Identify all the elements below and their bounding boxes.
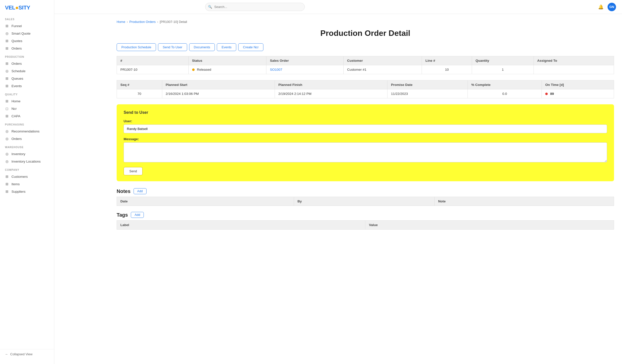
breadcrumb-production-orders[interactable]: Production Orders bbox=[129, 20, 156, 24]
avatar[interactable]: GN bbox=[608, 3, 616, 11]
message-input[interactable] bbox=[124, 142, 607, 162]
order-status: Released bbox=[188, 65, 266, 74]
sidebar-label-schedule: Schedule bbox=[11, 69, 25, 73]
message-label: Message: bbox=[124, 137, 607, 141]
seq-num: 70 bbox=[117, 89, 162, 98]
customer-name: Customer #1 bbox=[344, 65, 422, 74]
assigned-to bbox=[534, 65, 614, 74]
production-schedule-button[interactable]: Production Schedule bbox=[117, 43, 156, 51]
sidebar-item-ncr[interactable]: ◻Ncr bbox=[0, 105, 54, 112]
logo-dot: ● bbox=[15, 4, 18, 11]
notes-table: Date By Note bbox=[117, 197, 614, 206]
orders-purchasing-icon: ◎ bbox=[5, 137, 9, 141]
order-number: PR1007-10 bbox=[117, 65, 189, 74]
sidebar-sections: SALES⊞Funnel◎Smart Quote⊞Quotes⊞OrdersPR… bbox=[0, 14, 54, 195]
sidebar-section-warehouse: WAREHOUSE bbox=[0, 142, 54, 150]
sidebar-item-schedule[interactable]: ◎Schedule bbox=[0, 67, 54, 75]
tags-title: Tags bbox=[117, 212, 128, 218]
sidebar-item-queues[interactable]: ⊞Queues bbox=[0, 75, 54, 82]
user-field-group: User: bbox=[124, 119, 607, 133]
sidebar-label-inventory-locations: Inventory Locations bbox=[11, 160, 41, 163]
sidebar: VEL●SITY SALES⊞Funnel◎Smart Quote⊞Quotes… bbox=[0, 0, 54, 364]
order-table: # Status Sales Order Customer Line # Qua… bbox=[117, 56, 614, 74]
sidebar-item-smart-quote[interactable]: ◎Smart Quote bbox=[0, 30, 54, 37]
on-time-value: 89 bbox=[550, 92, 554, 96]
sidebar-label-capa: CAPA bbox=[11, 114, 20, 118]
breadcrumb-home[interactable]: Home bbox=[117, 20, 125, 24]
sidebar-item-capa[interactable]: ⊞CAPA bbox=[0, 112, 54, 120]
tags-add-button[interactable]: Add bbox=[131, 212, 144, 218]
sidebar-label-orders-purchasing: Orders bbox=[11, 137, 22, 141]
queues-icon: ⊞ bbox=[5, 76, 9, 80]
main-content: Home › Production Orders › [PR1007-10] D… bbox=[109, 14, 622, 364]
sidebar-item-inventory[interactable]: ◎Inventory bbox=[0, 150, 54, 158]
col-line-num: Line # bbox=[422, 56, 472, 65]
sidebar-label-items: Items bbox=[11, 182, 20, 186]
search-icon: 🔍 bbox=[208, 5, 212, 9]
send-to-user-button[interactable]: Send To User bbox=[158, 43, 187, 51]
events-button[interactable]: Events bbox=[217, 43, 236, 51]
col-number: # bbox=[117, 56, 189, 65]
col-sales-order: Sales Order bbox=[266, 56, 344, 65]
tags-col-value: Value bbox=[365, 221, 614, 230]
bell-icon[interactable]: 🔔 bbox=[598, 4, 604, 10]
send-button[interactable]: Send bbox=[124, 167, 143, 175]
sidebar-label-orders-sales: Orders bbox=[11, 47, 22, 50]
sidebar-item-suppliers[interactable]: ⊞Suppliers bbox=[0, 188, 54, 195]
smart-quote-icon: ◎ bbox=[5, 31, 9, 35]
sidebar-item-orders-sales[interactable]: ⊞Orders bbox=[0, 45, 54, 52]
quotes-icon: ⊞ bbox=[5, 39, 9, 43]
panel-title: Send to User bbox=[124, 110, 607, 115]
items-icon: ⊞ bbox=[5, 182, 9, 186]
sales-order-link[interactable]: SO1007 bbox=[270, 68, 282, 71]
sidebar-item-quotes[interactable]: ⊞Quotes bbox=[0, 37, 54, 45]
sch-col-planned-start: Planned Start bbox=[162, 80, 275, 89]
orders-sales-icon: ⊞ bbox=[5, 46, 9, 50]
search-container: 🔍 bbox=[205, 3, 305, 11]
line-number: 10 bbox=[422, 65, 472, 74]
sidebar-label-customers: Customers bbox=[11, 175, 28, 179]
sidebar-item-quality-home[interactable]: ⊞Home bbox=[0, 97, 54, 105]
sidebar-item-orders-production[interactable]: ⊞Orders bbox=[0, 60, 54, 67]
schedule-table: Seq # Planned Start Planned Finish Promi… bbox=[117, 80, 614, 98]
logo-text: VEL●SITY bbox=[5, 4, 30, 11]
sales-order: SO1007 bbox=[266, 65, 344, 74]
status-dot bbox=[192, 68, 195, 71]
funnel-icon: ⊞ bbox=[5, 24, 9, 28]
inventory-locations-icon: ◎ bbox=[5, 159, 9, 163]
sidebar-item-funnel[interactable]: ⊞Funnel bbox=[0, 22, 54, 30]
sidebar-item-recommendations[interactable]: ◎Recommendations bbox=[0, 127, 54, 135]
create-ncr-button[interactable]: Create Ncr bbox=[238, 43, 263, 51]
user-input[interactable] bbox=[124, 124, 607, 133]
notes-header: Notes Add bbox=[117, 188, 614, 194]
notes-col-by: By bbox=[294, 197, 434, 206]
notes-title: Notes bbox=[117, 188, 131, 194]
sidebar-section-sales: SALES bbox=[0, 14, 54, 22]
sch-col-on-time: On Time [d] bbox=[542, 80, 614, 89]
sidebar-label-suppliers: Suppliers bbox=[11, 190, 25, 193]
table-row: PR1007-10 Released SO1007 Customer #1 10… bbox=[117, 65, 614, 74]
status-text: Released bbox=[197, 68, 211, 71]
col-quantity: Quantity bbox=[472, 56, 534, 65]
collapsed-view-btn[interactable]: ← Collapsed View bbox=[0, 349, 54, 359]
search-input[interactable] bbox=[205, 3, 305, 11]
documents-button[interactable]: Documents bbox=[189, 43, 215, 51]
notes-add-button[interactable]: Add bbox=[134, 188, 147, 194]
topbar-right: 🔔 GN bbox=[598, 3, 616, 11]
col-status: Status bbox=[188, 56, 266, 65]
sidebar-item-orders-purchasing[interactable]: ◎Orders bbox=[0, 135, 54, 142]
message-field-group: Message: bbox=[124, 137, 607, 163]
sidebar-item-inventory-locations[interactable]: ◎Inventory Locations bbox=[0, 158, 54, 165]
sidebar-item-events[interactable]: ⊞Events bbox=[0, 82, 54, 90]
sch-col-planned-finish: Planned Finish bbox=[275, 80, 387, 89]
sidebar-label-inventory: Inventory bbox=[11, 152, 25, 156]
sch-col-seq: Seq # bbox=[117, 80, 162, 89]
sidebar-item-customers[interactable]: ⊞Customers bbox=[0, 173, 54, 180]
sidebar-section-production: PRODUCTION bbox=[0, 52, 54, 60]
quantity: 1 bbox=[472, 65, 534, 74]
breadcrumb: Home › Production Orders › [PR1007-10] D… bbox=[117, 20, 614, 24]
on-time-dot bbox=[545, 93, 548, 95]
sidebar-item-items[interactable]: ⊞Items bbox=[0, 180, 54, 188]
customers-icon: ⊞ bbox=[5, 175, 9, 179]
tags-section: Tags Add Label Value bbox=[117, 212, 614, 230]
